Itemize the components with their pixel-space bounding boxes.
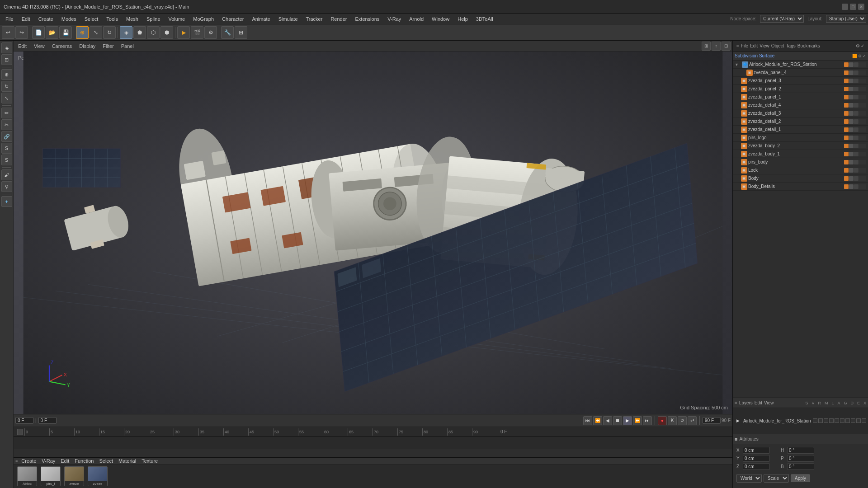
layer-ctrl-10[interactable] bbox=[862, 418, 866, 423]
obj-row-zvezda-body-1[interactable]: ▣ zvezda_body_1 bbox=[733, 150, 868, 158]
layer-ctrl-8[interactable] bbox=[851, 418, 855, 423]
layer-ctrl-7[interactable] bbox=[845, 418, 850, 423]
obj-row-zvezda-panel-4[interactable]: ▣ zvezda_panel_4 bbox=[733, 69, 868, 77]
menu-mesh[interactable]: Mesh bbox=[123, 15, 142, 23]
toolbar-redo[interactable]: ↪ bbox=[15, 26, 28, 39]
material-4[interactable]: zveze bbox=[88, 466, 108, 486]
loop-btn[interactable]: ↺ bbox=[678, 416, 687, 425]
menu-animate[interactable]: Animate bbox=[248, 15, 274, 23]
layer-row[interactable]: ▶ Airlock_Module_for_ROS_Station bbox=[735, 417, 866, 424]
obj-icon-2[interactable]: ✓ bbox=[861, 43, 864, 48]
tool-transform[interactable]: ⊕ bbox=[1, 69, 12, 80]
toolbar-new[interactable]: 📄 bbox=[32, 26, 45, 39]
obj-list[interactable]: ▼ 🔷 Airlock_Module_for_ROS_Station ▣ zve… bbox=[733, 61, 868, 398]
step-back-btn[interactable]: ⏪ bbox=[593, 416, 602, 425]
tool-scale[interactable]: ⤡ bbox=[1, 93, 12, 103]
obj-row-zvezda-detail-1[interactable]: ▣ zvezda_detail_1 bbox=[733, 126, 868, 134]
obj-row-body-details[interactable]: ▣ Body_Details bbox=[733, 183, 868, 191]
layer-ctrl-6[interactable] bbox=[840, 418, 844, 423]
obj-row-zvezda-detail-3[interactable]: ▣ zvezda_detail_3 bbox=[733, 109, 868, 117]
view-menu-btn[interactable]: View bbox=[760, 43, 769, 48]
node-space-select[interactable]: Current (V-Ray) bbox=[760, 15, 804, 23]
mat-menu-edit[interactable]: Edit bbox=[59, 458, 71, 464]
menu-3dtoall[interactable]: 3DToAll bbox=[472, 15, 497, 23]
tool-select-model[interactable]: ◈ bbox=[1, 42, 12, 53]
obj-row-zvezda-panel-3[interactable]: ▣ zvezda_panel_3 bbox=[733, 77, 868, 85]
start-frame-input[interactable] bbox=[38, 417, 57, 424]
obj-row-root[interactable]: ▼ 🔷 Airlock_Module_for_ROS_Station bbox=[733, 61, 868, 69]
tool-add[interactable]: + bbox=[1, 196, 12, 207]
obj-row-pirs-logo[interactable]: ▣ pirs_logo bbox=[733, 134, 868, 142]
menu-spline[interactable]: Spline bbox=[143, 15, 164, 23]
obj-row-zvezda-detail-4[interactable]: ▣ zvezda_detail_4 bbox=[733, 101, 868, 109]
menu-extensions[interactable]: Extensions bbox=[351, 15, 383, 23]
menu-help[interactable]: Help bbox=[454, 15, 472, 23]
vp-icon-3[interactable]: ⊡ bbox=[722, 42, 731, 51]
mat-menu-material[interactable]: Material bbox=[117, 458, 138, 464]
vp-menu-display[interactable]: Display bbox=[76, 42, 98, 50]
vp-menu-cameras[interactable]: Cameras bbox=[49, 42, 75, 50]
toolbar-render-settings[interactable]: ⚙ bbox=[204, 26, 217, 39]
vp-icon-1[interactable]: ⊞ bbox=[702, 42, 711, 51]
play-back-btn[interactable]: ◀ bbox=[603, 416, 612, 425]
tool-bridge[interactable]: 🔗 bbox=[1, 131, 12, 142]
current-frame-input[interactable] bbox=[15, 417, 33, 424]
mat-menu-create[interactable]: Create bbox=[19, 458, 38, 464]
bookmarks-menu-btn[interactable]: Bookmarks bbox=[797, 43, 820, 48]
obj-row-zvezda-body-2[interactable]: ▣ zvezda_body_2 bbox=[733, 142, 868, 150]
attr-y-input[interactable] bbox=[743, 455, 770, 462]
menu-create[interactable]: Create bbox=[35, 15, 57, 23]
toolbar-move[interactable]: ⊕ bbox=[76, 26, 89, 39]
dot-render[interactable] bbox=[849, 62, 854, 67]
vp-menu-filter[interactable]: Filter bbox=[100, 42, 116, 50]
toolbar-scale[interactable]: ⤡ bbox=[90, 26, 102, 39]
layers-hamburger[interactable]: ≡ bbox=[735, 400, 737, 405]
obj-icon-1[interactable]: ⚙ bbox=[856, 43, 860, 48]
vp-menu-edit[interactable]: Edit bbox=[15, 42, 29, 50]
menu-window[interactable]: Window bbox=[428, 15, 453, 23]
tool-iron[interactable]: S bbox=[1, 143, 12, 154]
layer-ctrl-1[interactable] bbox=[813, 418, 817, 423]
toolbar-object-mode[interactable]: ◈ bbox=[120, 26, 132, 39]
record-btn[interactable]: ● bbox=[658, 416, 667, 425]
close-button[interactable]: ✕ bbox=[858, 4, 864, 10]
mat-menu-select[interactable]: Select bbox=[97, 458, 115, 464]
layers-view[interactable]: View bbox=[764, 400, 774, 405]
timeline-track-area[interactable] bbox=[14, 437, 732, 449]
attr-p-input[interactable] bbox=[787, 455, 814, 462]
tags-menu-btn[interactable]: Tags bbox=[786, 43, 796, 48]
mat-menu-vray[interactable]: V-Ray bbox=[40, 458, 57, 464]
toolbar-grid[interactable]: ⊞ bbox=[235, 26, 247, 39]
toolbar-render[interactable]: ▶ bbox=[177, 26, 190, 39]
tool-poly-pen[interactable]: ✏ bbox=[1, 108, 12, 118]
layers-edit[interactable]: Edit bbox=[755, 400, 762, 405]
dot-anim[interactable] bbox=[854, 62, 859, 67]
object-menu-btn[interactable]: Object bbox=[771, 43, 784, 48]
attr-h-input[interactable] bbox=[787, 447, 814, 454]
tool-paint[interactable]: 🖌 bbox=[1, 169, 12, 180]
tool-select-texture[interactable]: ⊡ bbox=[1, 54, 12, 65]
layer-ctrl-9[interactable] bbox=[856, 418, 861, 423]
attr-apply-button[interactable]: Apply bbox=[791, 474, 810, 482]
menu-tools[interactable]: Tools bbox=[103, 15, 122, 23]
attr-x-input[interactable] bbox=[743, 447, 770, 454]
go-to-end-btn[interactable]: ⏭ bbox=[643, 416, 652, 425]
dot-vis[interactable] bbox=[844, 62, 849, 67]
layer-ctrl-5[interactable] bbox=[835, 418, 839, 423]
menu-modes[interactable]: Modes bbox=[58, 15, 80, 23]
obj-row-zvezda-panel-2[interactable]: ▣ zvezda_panel_2 bbox=[733, 85, 868, 93]
play-stop-btn[interactable]: ⏹ bbox=[613, 416, 622, 425]
layer-ctrl-3[interactable] bbox=[824, 418, 828, 423]
mat-menu-texture[interactable]: Texture bbox=[140, 458, 160, 464]
mat-menu-icon[interactable]: ≡ bbox=[15, 459, 18, 463]
obj-row-zvezda-detail-2[interactable]: ▣ zvezda_detail_2 bbox=[733, 117, 868, 126]
menu-character[interactable]: Character bbox=[218, 15, 247, 23]
file-menu-btn[interactable]: File bbox=[741, 43, 748, 48]
play-forward-btn[interactable]: ▶ bbox=[623, 416, 632, 425]
vp-icon-2[interactable]: ↑ bbox=[712, 42, 721, 51]
menu-arnold[interactable]: Arnold bbox=[406, 15, 427, 23]
tool-magnet[interactable]: ⚲ bbox=[1, 181, 12, 192]
d3[interactable] bbox=[854, 70, 859, 75]
menu-render[interactable]: Render bbox=[327, 15, 350, 23]
toolbar-edge-mode[interactable]: ⬡ bbox=[147, 26, 160, 39]
